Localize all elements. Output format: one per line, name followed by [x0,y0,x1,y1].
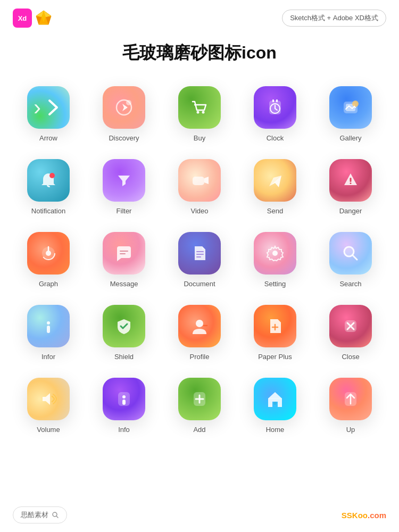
setting-symbol [263,241,287,265]
discovery-icon[interactable] [103,86,145,129]
arrow-symbol [41,95,65,120]
list-item: Send [237,151,313,223]
notification-label: Notification [31,207,65,215]
list-item: Home [237,369,313,442]
danger-symbol [338,168,363,193]
graph-symbol [36,241,61,265]
list-item: Gallery [313,78,388,151]
footer: 思酷素材 SSKoo.com [0,498,399,532]
close-icon[interactable] [329,305,372,347]
video-symbol [187,168,212,193]
svg-point-15 [126,100,131,105]
paper-plus-icon[interactable] [254,305,296,347]
document-symbol [187,241,212,265]
svg-rect-44 [47,326,50,333]
svg-rect-43 [47,321,50,325]
list-item: Message [86,223,162,296]
footer-brand-left: 思酷素材 [13,506,67,523]
document-label: Document [184,280,215,288]
list-item: Notification [11,151,86,223]
message-icon[interactable] [103,232,145,275]
svg-point-33 [46,251,51,256]
gallery-symbol [338,95,363,120]
home-icon[interactable] [254,378,296,420]
footer-brand-name: SSKoo [342,511,368,520]
list-item: Close [313,296,388,369]
volume-symbol [36,387,61,411]
svg-point-25 [49,173,55,178]
up-icon[interactable] [329,378,372,420]
clock-label: Clock [267,134,284,142]
page-title: 毛玻璃磨砂图标icon [122,41,277,65]
gallery-label: Gallery [339,134,361,142]
svg-point-59 [273,402,277,405]
arrow-icon[interactable] [27,86,70,129]
clock-symbol [263,95,287,120]
gallery-icon[interactable] [329,86,372,129]
search-symbol [338,241,363,265]
infor-icon[interactable] [27,305,70,347]
send-icon[interactable] [254,159,296,202]
infor-symbol [36,314,61,338]
profile-symbol [187,314,212,338]
svg-rect-20 [272,99,274,102]
list-item: Paper Plus [237,296,313,369]
video-label: Video [190,207,208,215]
search-footer-icon [52,511,59,519]
buy-icon[interactable] [178,86,221,129]
document-icon[interactable] [178,232,221,275]
list-item: Buy [162,78,237,151]
setting-icon[interactable] [254,232,296,275]
footer-brand-right: SSKoo.com [342,511,386,520]
filter-icon[interactable] [103,159,145,202]
video-icon[interactable] [178,159,221,202]
graph-icon[interactable] [27,232,70,275]
paper-plus-label: Paper Plus [258,353,292,361]
home-symbol [263,387,287,411]
svg-point-40 [272,251,278,256]
paper-plus-symbol [263,314,287,338]
list-item: Discovery [86,78,162,151]
svg-point-53 [122,395,126,398]
svg-rect-21 [276,99,278,102]
buy-symbol [187,95,212,120]
add-symbol [187,387,212,411]
sketch-logo [34,9,53,28]
shield-icon[interactable] [103,305,145,347]
graph-label: Graph [39,280,58,288]
svg-point-30 [350,182,352,184]
info-symbol [112,387,136,411]
footer-brand-domain: .com [368,511,386,520]
search-icon[interactable] [329,232,372,275]
list-item: Clock [237,78,313,151]
list-item: Shield [86,296,162,369]
svg-point-24 [352,101,359,107]
list-item: Video [162,151,237,223]
list-item: Danger [313,151,388,223]
svg-line-62 [56,516,58,518]
volume-icon[interactable] [27,378,70,420]
format-badge: Sketch格式 + Adobe XD格式 [282,10,386,27]
home-label: Home [266,426,285,434]
send-symbol [263,168,287,193]
search-label: Search [339,280,361,288]
svg-point-45 [196,320,203,327]
up-label: Up [346,426,355,434]
danger-label: Danger [339,207,362,215]
profile-icon[interactable] [178,305,221,347]
shield-symbol [112,314,136,338]
add-icon[interactable] [178,378,221,420]
svg-rect-54 [122,400,126,405]
list-item: Arrow [11,78,86,151]
info-icon[interactable] [103,378,145,420]
info-label: Info [118,426,130,434]
header: Xd Sketch格式 + Adobe XD格式 [0,0,399,36]
notification-icon[interactable] [27,159,70,202]
svg-marker-14 [122,104,128,111]
send-label: Send [267,207,283,215]
list-item: Search [313,223,388,296]
clock-icon[interactable] [254,86,296,129]
filter-symbol [112,168,136,193]
svg-rect-26 [193,177,204,185]
danger-icon[interactable] [329,159,372,202]
